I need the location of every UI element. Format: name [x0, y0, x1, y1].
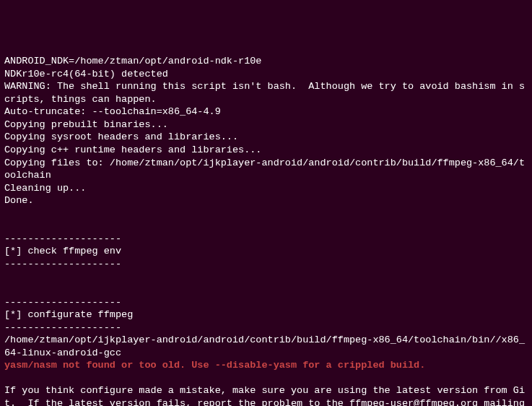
- output-line: [*] check ffmpeg env: [4, 245, 528, 258]
- output-line: Copying c++ runtime headers and librarie…: [4, 144, 528, 157]
- output-line: WARNING: The shell running this script i…: [4, 80, 528, 105]
- terminal-output: ANDROID_NDK=/home/ztman/opt/android-ndk-…: [4, 55, 528, 406]
- output-line: Auto-truncate: --toolchain=x86_64-4.9: [4, 105, 528, 118]
- output-line-empty: [4, 283, 528, 296]
- output-line: --------------------: [4, 233, 528, 246]
- output-line: Done.: [4, 194, 528, 207]
- output-line: If you think configure made a mistake, m…: [4, 384, 528, 406]
- output-line: Cleaning up...: [4, 182, 528, 195]
- output-line-empty: [4, 270, 528, 283]
- output-line-empty: [4, 220, 528, 233]
- output-line-empty: [4, 372, 528, 385]
- output-line: ANDROID_NDK=/home/ztman/opt/android-ndk-…: [4, 55, 528, 68]
- output-line: --------------------: [4, 296, 528, 309]
- output-line: Copying sysroot headers and libraries...: [4, 131, 528, 144]
- output-line: Copying files to: /home/ztman/opt/ijkpla…: [4, 157, 528, 182]
- output-line: --------------------: [4, 258, 528, 271]
- output-line-empty: [4, 207, 528, 220]
- output-line: [*] configurate ffmpeg: [4, 308, 528, 321]
- output-line: --------------------: [4, 321, 528, 334]
- output-line: Copying prebuilt binaries...: [4, 118, 528, 131]
- output-line: /home/ztman/opt/ijkplayer-android/androi…: [4, 334, 528, 359]
- error-line: yasm/nasm not found or too old. Use --di…: [4, 359, 528, 372]
- output-line: NDKr10e-rc4(64-bit) detected: [4, 68, 528, 81]
